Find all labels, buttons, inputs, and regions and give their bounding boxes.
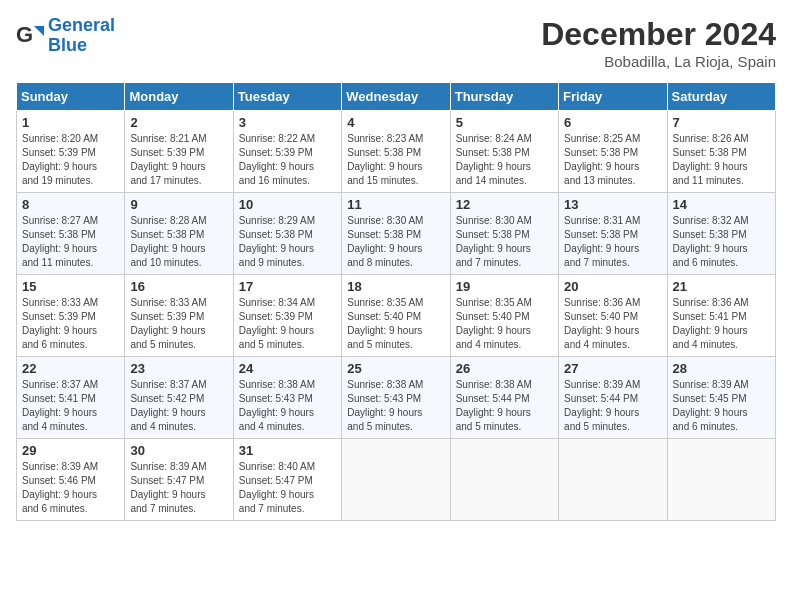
svg-marker-1: [34, 26, 44, 36]
table-row: 26 Sunrise: 8:38 AMSunset: 5:44 PMDaylig…: [450, 357, 558, 439]
day-number: 7: [673, 115, 770, 130]
title-block: December 2024 Bobadilla, La Rioja, Spain: [541, 16, 776, 70]
day-number: 20: [564, 279, 661, 294]
table-row: 6 Sunrise: 8:25 AMSunset: 5:38 PMDayligh…: [559, 111, 667, 193]
logo-text-line1: General: [48, 16, 115, 36]
day-number: 4: [347, 115, 444, 130]
table-row: 25 Sunrise: 8:38 AMSunset: 5:43 PMDaylig…: [342, 357, 450, 439]
table-row: 20 Sunrise: 8:36 AMSunset: 5:40 PMDaylig…: [559, 275, 667, 357]
calendar-week-row: 1 Sunrise: 8:20 AMSunset: 5:39 PMDayligh…: [17, 111, 776, 193]
table-row: 31 Sunrise: 8:40 AMSunset: 5:47 PMDaylig…: [233, 439, 341, 521]
day-number: 29: [22, 443, 119, 458]
cell-content: Sunrise: 8:33 AMSunset: 5:39 PMDaylight:…: [130, 296, 227, 352]
table-row: 19 Sunrise: 8:35 AMSunset: 5:40 PMDaylig…: [450, 275, 558, 357]
cell-content: Sunrise: 8:38 AMSunset: 5:44 PMDaylight:…: [456, 378, 553, 434]
cell-content: Sunrise: 8:30 AMSunset: 5:38 PMDaylight:…: [456, 214, 553, 270]
table-row: [667, 439, 775, 521]
table-row: 18 Sunrise: 8:35 AMSunset: 5:40 PMDaylig…: [342, 275, 450, 357]
table-row: 14 Sunrise: 8:32 AMSunset: 5:38 PMDaylig…: [667, 193, 775, 275]
day-number: 23: [130, 361, 227, 376]
page-header: G General Blue December 2024 Bobadilla, …: [16, 16, 776, 70]
day-number: 15: [22, 279, 119, 294]
col-saturday: Saturday: [667, 83, 775, 111]
day-number: 27: [564, 361, 661, 376]
table-row: 10 Sunrise: 8:29 AMSunset: 5:38 PMDaylig…: [233, 193, 341, 275]
cell-content: Sunrise: 8:28 AMSunset: 5:38 PMDaylight:…: [130, 214, 227, 270]
day-number: 8: [22, 197, 119, 212]
cell-content: Sunrise: 8:35 AMSunset: 5:40 PMDaylight:…: [347, 296, 444, 352]
day-number: 13: [564, 197, 661, 212]
table-row: 27 Sunrise: 8:39 AMSunset: 5:44 PMDaylig…: [559, 357, 667, 439]
table-row: 30 Sunrise: 8:39 AMSunset: 5:47 PMDaylig…: [125, 439, 233, 521]
day-number: 30: [130, 443, 227, 458]
cell-content: Sunrise: 8:22 AMSunset: 5:39 PMDaylight:…: [239, 132, 336, 188]
cell-content: Sunrise: 8:20 AMSunset: 5:39 PMDaylight:…: [22, 132, 119, 188]
calendar-header-row: Sunday Monday Tuesday Wednesday Thursday…: [17, 83, 776, 111]
day-number: 26: [456, 361, 553, 376]
table-row: 2 Sunrise: 8:21 AMSunset: 5:39 PMDayligh…: [125, 111, 233, 193]
cell-content: Sunrise: 8:37 AMSunset: 5:41 PMDaylight:…: [22, 378, 119, 434]
table-row: 12 Sunrise: 8:30 AMSunset: 5:38 PMDaylig…: [450, 193, 558, 275]
logo-icon: G: [16, 22, 44, 50]
day-number: 22: [22, 361, 119, 376]
day-number: 11: [347, 197, 444, 212]
table-row: 13 Sunrise: 8:31 AMSunset: 5:38 PMDaylig…: [559, 193, 667, 275]
cell-content: Sunrise: 8:27 AMSunset: 5:38 PMDaylight:…: [22, 214, 119, 270]
cell-content: Sunrise: 8:39 AMSunset: 5:47 PMDaylight:…: [130, 460, 227, 516]
svg-text:G: G: [16, 22, 33, 47]
col-thursday: Thursday: [450, 83, 558, 111]
cell-content: Sunrise: 8:31 AMSunset: 5:38 PMDaylight:…: [564, 214, 661, 270]
cell-content: Sunrise: 8:39 AMSunset: 5:45 PMDaylight:…: [673, 378, 770, 434]
cell-content: Sunrise: 8:39 AMSunset: 5:46 PMDaylight:…: [22, 460, 119, 516]
day-number: 25: [347, 361, 444, 376]
day-number: 31: [239, 443, 336, 458]
col-monday: Monday: [125, 83, 233, 111]
day-number: 3: [239, 115, 336, 130]
cell-content: Sunrise: 8:35 AMSunset: 5:40 PMDaylight:…: [456, 296, 553, 352]
day-number: 19: [456, 279, 553, 294]
cell-content: Sunrise: 8:21 AMSunset: 5:39 PMDaylight:…: [130, 132, 227, 188]
table-row: 24 Sunrise: 8:38 AMSunset: 5:43 PMDaylig…: [233, 357, 341, 439]
cell-content: Sunrise: 8:40 AMSunset: 5:47 PMDaylight:…: [239, 460, 336, 516]
table-row: 3 Sunrise: 8:22 AMSunset: 5:39 PMDayligh…: [233, 111, 341, 193]
day-number: 14: [673, 197, 770, 212]
cell-content: Sunrise: 8:36 AMSunset: 5:40 PMDaylight:…: [564, 296, 661, 352]
location-subtitle: Bobadilla, La Rioja, Spain: [541, 53, 776, 70]
table-row: 9 Sunrise: 8:28 AMSunset: 5:38 PMDayligh…: [125, 193, 233, 275]
table-row: 28 Sunrise: 8:39 AMSunset: 5:45 PMDaylig…: [667, 357, 775, 439]
table-row: 15 Sunrise: 8:33 AMSunset: 5:39 PMDaylig…: [17, 275, 125, 357]
table-row: 23 Sunrise: 8:37 AMSunset: 5:42 PMDaylig…: [125, 357, 233, 439]
day-number: 28: [673, 361, 770, 376]
day-number: 17: [239, 279, 336, 294]
day-number: 6: [564, 115, 661, 130]
table-row: 4 Sunrise: 8:23 AMSunset: 5:38 PMDayligh…: [342, 111, 450, 193]
day-number: 5: [456, 115, 553, 130]
table-row: 21 Sunrise: 8:36 AMSunset: 5:41 PMDaylig…: [667, 275, 775, 357]
calendar-week-row: 22 Sunrise: 8:37 AMSunset: 5:41 PMDaylig…: [17, 357, 776, 439]
table-row: [559, 439, 667, 521]
cell-content: Sunrise: 8:38 AMSunset: 5:43 PMDaylight:…: [347, 378, 444, 434]
cell-content: Sunrise: 8:32 AMSunset: 5:38 PMDaylight:…: [673, 214, 770, 270]
cell-content: Sunrise: 8:38 AMSunset: 5:43 PMDaylight:…: [239, 378, 336, 434]
table-row: [450, 439, 558, 521]
day-number: 9: [130, 197, 227, 212]
cell-content: Sunrise: 8:39 AMSunset: 5:44 PMDaylight:…: [564, 378, 661, 434]
logo-text-line2: Blue: [48, 36, 115, 56]
day-number: 2: [130, 115, 227, 130]
col-wednesday: Wednesday: [342, 83, 450, 111]
cell-content: Sunrise: 8:25 AMSunset: 5:38 PMDaylight:…: [564, 132, 661, 188]
col-friday: Friday: [559, 83, 667, 111]
calendar-week-row: 15 Sunrise: 8:33 AMSunset: 5:39 PMDaylig…: [17, 275, 776, 357]
cell-content: Sunrise: 8:26 AMSunset: 5:38 PMDaylight:…: [673, 132, 770, 188]
calendar-week-row: 29 Sunrise: 8:39 AMSunset: 5:46 PMDaylig…: [17, 439, 776, 521]
day-number: 1: [22, 115, 119, 130]
cell-content: Sunrise: 8:37 AMSunset: 5:42 PMDaylight:…: [130, 378, 227, 434]
table-row: 5 Sunrise: 8:24 AMSunset: 5:38 PMDayligh…: [450, 111, 558, 193]
table-row: 11 Sunrise: 8:30 AMSunset: 5:38 PMDaylig…: [342, 193, 450, 275]
day-number: 18: [347, 279, 444, 294]
table-row: 1 Sunrise: 8:20 AMSunset: 5:39 PMDayligh…: [17, 111, 125, 193]
col-sunday: Sunday: [17, 83, 125, 111]
col-tuesday: Tuesday: [233, 83, 341, 111]
day-number: 16: [130, 279, 227, 294]
day-number: 21: [673, 279, 770, 294]
